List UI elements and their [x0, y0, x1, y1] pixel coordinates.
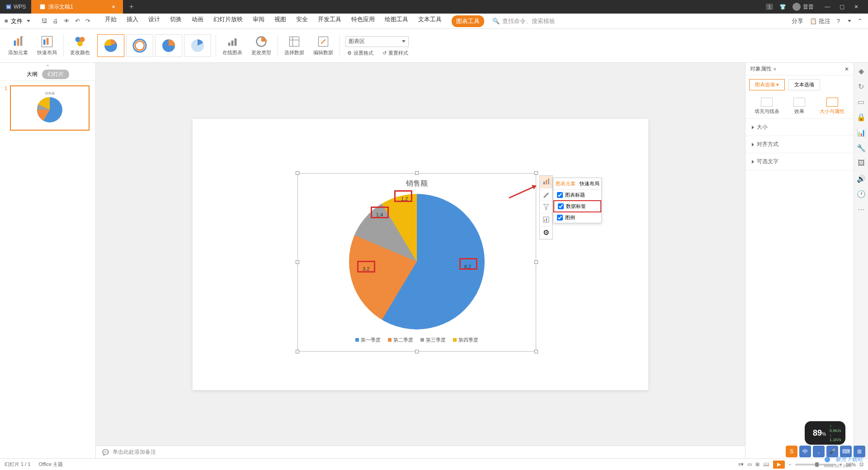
print-icon[interactable]: 🖨 — [52, 18, 58, 24]
select-data-button[interactable]: 选择数据 — [280, 29, 309, 62]
zoom-out-icon[interactable]: − — [788, 462, 791, 467]
tab-chart[interactable]: 图表工具 — [452, 15, 484, 27]
loop-icon[interactable]: ↻ — [857, 82, 866, 91]
chart-elements-icon[interactable] — [540, 176, 552, 188]
close-button[interactable]: ✕ — [849, 4, 863, 10]
chart-settings-icon[interactable]: ⚙ — [540, 226, 552, 239]
image-icon[interactable]: 🖼 — [857, 159, 866, 168]
ime-lang-icon[interactable]: 中 — [799, 446, 811, 457]
popup-tab-layout[interactable]: 快速布局 — [577, 178, 601, 189]
chart-side-icon[interactable]: 📊 — [857, 128, 866, 137]
collapse-thumbs-icon[interactable]: « — [0, 63, 95, 68]
chart-legend[interactable]: 第一季度 第二季度 第三季度 第四季度 — [298, 337, 536, 343]
print-preview-icon[interactable]: 👁 — [64, 18, 70, 24]
sorter-view-icon[interactable]: ⊞ — [755, 461, 760, 467]
share-button[interactable]: 分享 — [792, 17, 803, 25]
lock-icon[interactable]: 🔒 — [857, 113, 866, 122]
section-alt-text[interactable]: 可选文字 — [745, 153, 854, 170]
change-color-button[interactable]: 更改颜色 — [66, 29, 94, 62]
tab-special[interactable]: 特色应用 — [351, 15, 375, 27]
chart-area-dropdown[interactable]: 图表区 — [345, 36, 409, 47]
tab-view[interactable]: 视图 — [274, 15, 286, 27]
help-icon[interactable]: ? — [837, 18, 840, 24]
ribbon-options-icon[interactable]: ⌃ — [858, 18, 863, 24]
user-account[interactable]: 普普 — [793, 3, 814, 11]
tab-security[interactable]: 安全 — [296, 15, 308, 27]
props-tab-chart[interactable]: 图表选项 ▾ — [749, 79, 785, 90]
quick-layout-button[interactable]: 快速布局 — [33, 29, 61, 62]
view-menu-icon[interactable]: ≡▾ — [738, 461, 744, 467]
tab-text[interactable]: 文本工具 — [418, 15, 442, 27]
chart-object[interactable]: 销售额 8.2 3.2 1.4 1.2 第一季度 第二季度 — [297, 173, 536, 352]
close-props-icon[interactable]: ✕ — [844, 66, 849, 72]
clock-icon[interactable]: 🕐 — [857, 189, 866, 198]
redo-icon[interactable]: ↷ — [85, 18, 90, 24]
checkbox-data-labels[interactable] — [558, 203, 564, 209]
tab-transition[interactable]: 切换 — [170, 15, 182, 27]
tab-devtools[interactable]: 开发工具 — [318, 15, 341, 27]
style-thumb-1[interactable] — [97, 34, 124, 57]
save-icon[interactable]: 🖫 — [41, 18, 47, 24]
notes-bar[interactable]: 💬 单击此处添加备注 — [96, 446, 745, 458]
resize-handle[interactable] — [534, 260, 538, 264]
popup-item-legend[interactable]: 图例 — [553, 212, 601, 223]
popup-item-datalabels[interactable]: 数据标签 — [554, 201, 600, 212]
template-icon[interactable]: ▭ — [857, 97, 866, 106]
change-type-button[interactable]: 更改类型 — [247, 29, 276, 62]
search-box[interactable]: 🔍 查找命令、搜索模板 — [492, 17, 555, 25]
checkbox-legend[interactable] — [557, 215, 563, 221]
resize-handle[interactable] — [415, 350, 419, 353]
style-thumb-4[interactable] — [184, 34, 211, 57]
resize-handle[interactable] — [534, 350, 538, 353]
maximize-button[interactable]: ▢ — [835, 4, 849, 10]
resize-handle[interactable] — [296, 350, 299, 353]
slideshow-button[interactable]: ▶ — [773, 461, 785, 469]
tab-start[interactable]: 开始 — [105, 15, 117, 27]
slide-canvas[interactable]: 销售额 8.2 3.2 1.4 1.2 第一季度 第二季度 — [193, 119, 648, 390]
ime-sogou-icon[interactable]: S — [786, 446, 797, 457]
popup-tab-elements[interactable]: 图表元素 — [553, 178, 577, 189]
tool-icon[interactable]: 🔧 — [857, 143, 866, 152]
section-align[interactable]: 对齐方式 — [745, 136, 854, 153]
reading-view-icon[interactable]: 📖 — [763, 461, 769, 467]
edit-data-button[interactable]: 编辑数据 — [309, 29, 338, 62]
undo-icon[interactable]: ↶ — [75, 18, 80, 24]
tab-design[interactable]: 设计 — [148, 15, 160, 27]
tab-review[interactable]: 审阅 — [253, 15, 264, 27]
file-menu[interactable]: ≡文件 — [0, 17, 35, 25]
section-size[interactable]: 大小 — [745, 119, 854, 136]
set-format-button[interactable]: ⚙ 设置格式 — [345, 49, 375, 57]
tab-drawing[interactable]: 绘图工具 — [385, 15, 408, 27]
new-tab-button[interactable]: + — [123, 3, 140, 11]
online-chart-button[interactable]: 在线图表 — [218, 29, 247, 62]
subtab-size[interactable]: 大小与属性 — [820, 98, 844, 115]
props-tab-text[interactable]: 文本选项 — [788, 79, 820, 90]
resize-handle[interactable] — [296, 171, 299, 175]
tab-animation[interactable]: 动画 — [192, 15, 203, 27]
skin-icon[interactable]: 👕 — [779, 4, 786, 10]
ime-punct-icon[interactable]: ， — [813, 446, 825, 457]
slide-thumb-1[interactable]: 1 销售额 — [5, 85, 91, 131]
comment-button[interactable]: 📋 批注 — [810, 17, 830, 25]
minimize-button[interactable]: — — [820, 4, 835, 10]
notification-badge[interactable]: 1 — [766, 4, 773, 10]
subtab-fill[interactable]: 填充与线条 — [755, 98, 779, 115]
reset-style-button[interactable]: ↺ 重置样式 — [381, 49, 410, 57]
checkbox-chart-title[interactable] — [557, 192, 563, 198]
popup-item-title[interactable]: 图表标题 — [553, 190, 601, 200]
add-element-button[interactable]: + 添加元素 — [4, 29, 33, 62]
more-icon[interactable]: ⋯ — [857, 205, 866, 214]
chart-brush-icon[interactable] — [540, 188, 552, 201]
chart-stats-icon[interactable] — [540, 214, 552, 226]
resize-handle[interactable] — [534, 171, 538, 175]
sound-icon[interactable]: 🔊 — [857, 174, 866, 183]
style-thumb-2[interactable] — [126, 34, 153, 57]
chart-filter-icon[interactable] — [540, 201, 552, 214]
slides-tab[interactable]: 幻灯片 — [42, 70, 69, 79]
collapse-ribbon-icon[interactable] — [848, 20, 851, 22]
shape-icon[interactable]: ◆ — [857, 66, 866, 75]
chart-title[interactable]: 销售额 — [298, 174, 536, 188]
document-tab[interactable]: 演示文稿1 — [31, 0, 123, 14]
normal-view-icon[interactable]: ▭ — [747, 461, 752, 467]
resize-handle[interactable] — [415, 171, 419, 175]
